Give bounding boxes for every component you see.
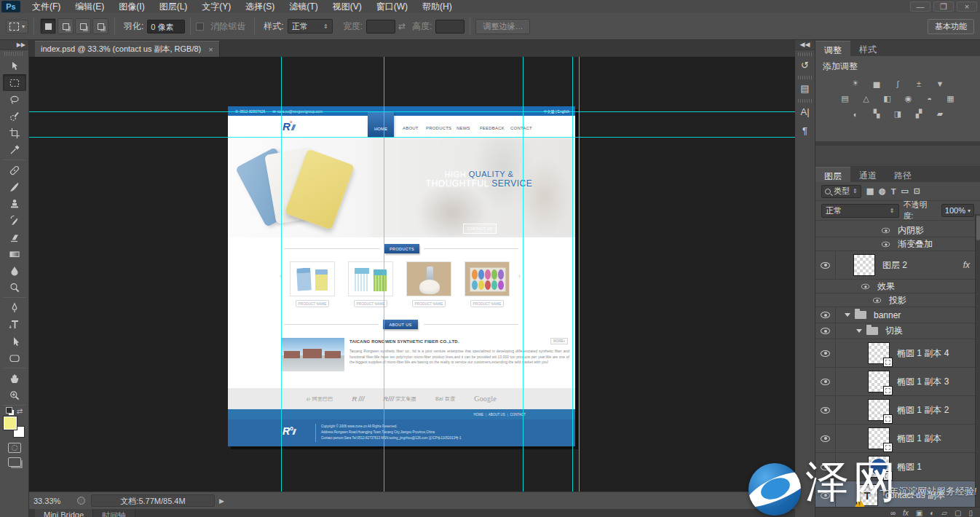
layer-row[interactable]: 椭圆 1 副本 4 xyxy=(815,339,980,368)
gradient-map-icon[interactable]: ▞ xyxy=(912,108,926,119)
menu-file[interactable]: 文件(F) xyxy=(25,0,68,13)
guide-vertical[interactable] xyxy=(281,57,282,492)
minimize-button[interactable]: — xyxy=(910,1,930,12)
visibility-eye-icon[interactable] xyxy=(882,241,890,247)
pen-tool[interactable] xyxy=(3,299,26,316)
layer-thumbnail[interactable] xyxy=(868,456,890,478)
zoom-level-field[interactable]: 33.33% xyxy=(33,497,71,505)
color-lookup-icon[interactable]: ▦ xyxy=(944,93,958,104)
menu-view[interactable]: 视图(V) xyxy=(325,0,369,13)
link-layers-icon[interactable]: ∞ xyxy=(890,509,896,517)
layer-effect-row[interactable]: 投影 xyxy=(815,293,980,307)
layer-effect-row[interactable]: 渐变叠加 xyxy=(815,237,980,251)
levels-icon[interactable]: ▅ xyxy=(869,78,884,89)
layer-group-row[interactable]: banner xyxy=(815,307,980,323)
filter-adjustment-layers-icon[interactable]: ◍ xyxy=(879,186,886,196)
foreground-color-swatch[interactable] xyxy=(4,417,17,430)
expand-triangle-icon[interactable] xyxy=(845,313,850,317)
panel-grip[interactable] xyxy=(4,52,24,56)
new-layer-icon[interactable]: ▢ xyxy=(955,509,961,517)
add-selection-button[interactable] xyxy=(58,18,74,34)
feather-input[interactable]: 0 像素 xyxy=(147,20,185,33)
blur-tool[interactable] xyxy=(3,262,26,279)
photoshop-logo[interactable]: Ps xyxy=(1,1,20,12)
dodge-tool[interactable] xyxy=(3,279,26,296)
opacity-input[interactable]: 100% ▾ xyxy=(941,204,974,217)
properties-panel-icon[interactable]: ▤ xyxy=(797,80,814,96)
new-selection-button[interactable] xyxy=(40,18,56,34)
fx-badge[interactable]: fx xyxy=(963,260,970,270)
invert-icon[interactable]: ◐ xyxy=(848,108,863,119)
color-balance-icon[interactable]: △ xyxy=(859,93,874,104)
layer-row[interactable]: 椭圆 1 xyxy=(815,453,980,481)
gradient-tool[interactable] xyxy=(3,245,26,262)
adjustment-layer-icon[interactable]: ◐ xyxy=(930,509,934,517)
refine-edge-button[interactable]: 调整边缘… xyxy=(475,19,530,34)
menu-type[interactable]: 文字(Y) xyxy=(194,0,238,13)
brightness-contrast-icon[interactable]: ☀ xyxy=(848,78,863,89)
guide-horizontal[interactable] xyxy=(29,111,795,112)
new-group-icon[interactable]: ▱ xyxy=(941,509,947,517)
spot-healing-brush-tool[interactable] xyxy=(3,162,26,178)
layer-mask-icon[interactable]: ▣ xyxy=(916,509,922,517)
clone-stamp-tool[interactable] xyxy=(3,195,26,212)
default-colors-icon[interactable] xyxy=(6,407,12,414)
curves-icon[interactable]: ∫ xyxy=(890,78,905,89)
style-select[interactable]: 正常 ⇕ xyxy=(288,19,333,33)
layer-thumbnail[interactable] xyxy=(853,254,875,276)
width-input[interactable] xyxy=(366,20,395,33)
visibility-eye-icon[interactable] xyxy=(821,492,830,499)
menu-window[interactable]: 窗口(W) xyxy=(369,0,415,13)
brush-tool[interactable] xyxy=(3,178,26,195)
visibility-eye-icon[interactable] xyxy=(821,435,830,442)
layer-thumbnail[interactable] xyxy=(868,342,890,364)
visibility-eye-icon[interactable] xyxy=(821,464,830,470)
menu-image[interactable]: 图像(I) xyxy=(111,0,151,13)
tool-preset-picker[interactable]: ▾ xyxy=(6,20,28,33)
close-button[interactable]: × xyxy=(957,1,977,12)
visibility-eye-icon[interactable] xyxy=(821,328,830,334)
guide-vertical[interactable] xyxy=(572,57,573,492)
zoom-tool[interactable] xyxy=(3,387,26,403)
visibility-eye-icon[interactable] xyxy=(821,262,830,269)
screen-mode-button[interactable] xyxy=(8,457,21,467)
hand-tool[interactable] xyxy=(3,370,26,387)
vibrance-icon[interactable]: ▼ xyxy=(933,78,947,89)
layer-thumbnail[interactable]: T xyxy=(856,484,878,506)
quick-selection-tool[interactable] xyxy=(3,108,26,125)
selective-color-icon[interactable]: ▰ xyxy=(933,108,947,119)
layers-scrollbar[interactable] xyxy=(975,214,980,507)
eyedropper-tool[interactable] xyxy=(3,141,26,158)
filter-shape-layers-icon[interactable]: ▭ xyxy=(901,186,908,196)
filter-type-select[interactable]: 类型 ⇕ xyxy=(821,185,861,198)
visibility-eye-icon[interactable] xyxy=(821,350,830,357)
layer-row[interactable]: 图层 2 fx xyxy=(815,251,980,280)
threshold-icon[interactable]: ◨ xyxy=(890,108,905,119)
layer-row[interactable]: 椭圆 1 副本 2 xyxy=(815,396,980,425)
intersect-selection-button[interactable] xyxy=(92,18,108,34)
history-brush-tool[interactable] xyxy=(3,212,26,229)
tab-layers[interactable]: 图层 xyxy=(815,167,850,182)
visibility-eye-icon[interactable] xyxy=(882,227,890,233)
visibility-eye-icon[interactable] xyxy=(821,379,830,385)
collapse-tools-icon[interactable]: ▶▶ xyxy=(0,40,28,50)
exposure-icon[interactable]: ± xyxy=(912,78,926,89)
tab-channels[interactable]: 通道 xyxy=(850,167,885,182)
layer-thumbnail[interactable] xyxy=(868,427,890,449)
filter-smart-objects-icon[interactable]: ⊡ xyxy=(914,186,920,196)
blend-mode-select[interactable]: 正常 ⇕ xyxy=(821,204,899,218)
filter-type-layers-icon[interactable]: T xyxy=(891,187,896,196)
menu-edit[interactable]: 编辑(E) xyxy=(68,0,111,13)
workspace-switcher-button[interactable]: 基本功能 xyxy=(928,19,974,34)
tab-mini-bridge[interactable]: Mini Bridge xyxy=(35,509,93,517)
canvas-area[interactable]: ✆ 0512-82907626 ✉ sara.xu@rongweigroup.c… xyxy=(29,57,795,492)
menu-help[interactable]: 帮助(H) xyxy=(415,0,459,13)
subtract-selection-button[interactable] xyxy=(75,18,91,34)
swap-dimensions-icon[interactable]: ⇄ xyxy=(398,21,406,31)
character-panel-icon[interactable]: A| xyxy=(797,103,814,119)
swap-colors-icon[interactable]: ⇄ xyxy=(17,407,23,415)
document-size-field[interactable]: 文档:5.77M/85.4M xyxy=(91,494,215,507)
delete-layer-icon[interactable]: ▯ xyxy=(968,509,973,517)
layer-row[interactable]: 椭圆 1 副本 xyxy=(815,425,980,453)
guide-vertical[interactable] xyxy=(384,57,384,492)
